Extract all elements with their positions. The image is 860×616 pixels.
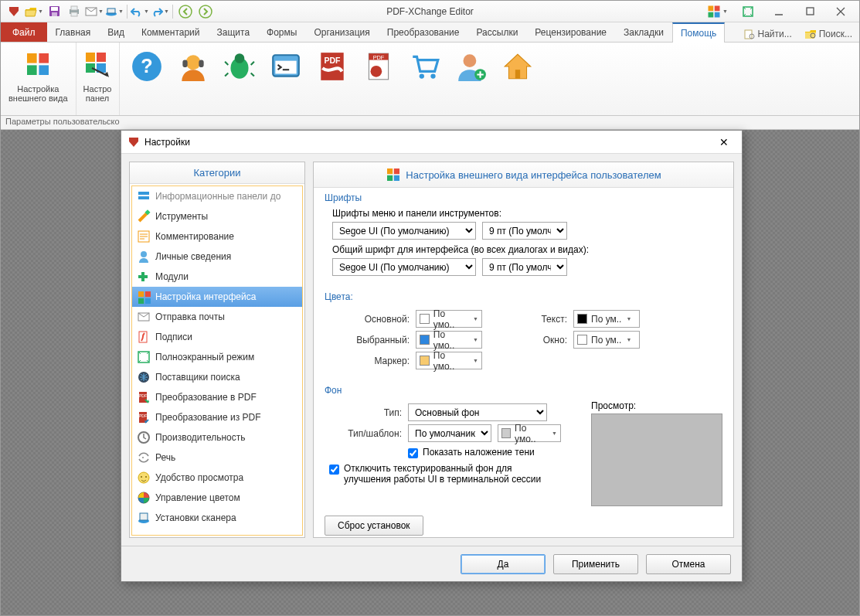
mail-icon[interactable]: ▼ [85,3,104,20]
category-item[interactable]: Управление цветом [132,488,302,508]
tab-comment[interactable]: Комментарий [133,22,209,42]
tab-mailings[interactable]: Рассылки [468,22,527,42]
fullscreen-icon[interactable] [733,3,763,20]
ok-button[interactable]: Да [461,554,546,574]
category-item[interactable]: PDFПреобразование из PDF [132,407,302,427]
category-label: Личные сведения [155,251,231,262]
svg-text:PDF: PDF [139,414,147,418]
category-icon [137,471,151,485]
ribbon-group-customize-panels[interactable]: Настропанел [76,43,120,115]
nav-fwd-icon[interactable] [196,3,215,20]
support-icon[interactable] [177,50,209,83]
dialog-titlebar: Настройки ✕ [121,131,742,154]
home-icon[interactable] [501,50,534,83]
tab-protect[interactable]: Защита [209,22,259,42]
maximize-button[interactable] [794,3,825,20]
reset-button[interactable]: Сброс установок [325,516,423,536]
category-item[interactable]: Иструменты [132,206,302,226]
categories-list[interactable]: Информационные панели доИструментыКоммен… [131,185,303,536]
category-icon [137,270,151,284]
tab-convert[interactable]: Преобразование [379,22,468,42]
category-item[interactable]: Речь [132,448,302,468]
color-marker-button[interactable]: По умо..▼ [416,352,482,369]
category-item[interactable]: Установки сканера [132,508,302,528]
category-item[interactable]: Полноэкранный режим [132,347,302,367]
quick-access-toolbar: ▼ ▼ ▼ ▼ ▼ PDF-XChange Editor ▼ [1,1,859,22]
category-item[interactable]: Модули [132,267,302,287]
svg-rect-13 [807,8,814,15]
category-label: Комментирование [155,231,234,242]
category-item[interactable]: Подписи [132,327,302,347]
category-item[interactable]: PDFПреобразование в PDF [132,387,302,407]
category-icon [137,491,151,505]
tab-file[interactable]: Файл [1,22,47,42]
console-icon[interactable] [270,50,302,83]
svg-point-43 [463,54,476,67]
save-icon[interactable] [45,3,63,20]
redo-icon[interactable]: ▼ [151,3,169,20]
bg-pattern-color-button[interactable]: По умо..▼ [498,424,561,442]
tab-bookmarks[interactable]: Закладки [615,22,672,42]
color-window-button[interactable]: По ум..▼ [573,331,640,349]
nav-back-icon[interactable] [176,3,195,20]
add-user-icon[interactable] [455,50,488,83]
scan-icon[interactable]: ▼ [105,3,124,20]
category-label: Полноэкранный режим [155,352,254,362]
help-icon[interactable]: ? [131,50,163,83]
print-icon[interactable] [65,3,83,20]
bg-shadow-checkbox[interactable] [408,448,418,458]
ui-font-size-combo[interactable]: 9 пт (По умолч [482,258,567,276]
svg-point-62 [141,476,142,478]
color-main-button[interactable]: По умо..▼ [416,310,482,328]
close-button[interactable] [825,3,856,20]
search-button[interactable]: Поиск... [801,26,856,42]
pdf-icon[interactable]: PDF [316,50,348,83]
tab-help[interactable]: Помощь [672,22,725,43]
category-item[interactable]: Удобство просмотра [132,468,302,488]
undo-icon[interactable]: ▼ [131,3,149,20]
category-item[interactable]: Поставщики поиска [132,367,302,387]
tab-home[interactable]: Главная [47,22,100,42]
category-item[interactable]: Настройка интерфейса [132,287,302,307]
color-selected-button[interactable]: По умо..▼ [416,331,482,349]
apply-button[interactable]: Применить [553,554,638,574]
svg-point-27 [234,53,244,63]
category-item[interactable]: Отправка почты [132,307,302,327]
menu-font-size-combo[interactable]: 9 пт (По умолч [482,222,567,240]
ribbon-group-customize-ui[interactable]: Настройкавнешнего вида [1,43,76,115]
find-label: Найти... [757,29,791,39]
svg-rect-2 [52,12,57,16]
svg-point-42 [430,73,435,78]
tab-review[interactable]: Рецензирование [526,22,615,42]
bug-icon[interactable] [223,50,256,83]
category-item[interactable]: Производительность [132,427,302,448]
tab-view[interactable]: Вид [99,22,133,42]
color-text-button[interactable]: По ум..▼ [573,310,640,328]
dialog-close-button[interactable]: ✕ [712,134,736,151]
minimize-button[interactable] [763,3,794,20]
tab-organize[interactable]: Организация [305,22,378,42]
cancel-button[interactable]: Отмена [646,554,731,574]
svg-point-41 [419,73,423,78]
svg-rect-25 [199,60,203,67]
category-label: Информационные панели до [155,191,280,202]
cart-icon[interactable] [409,50,441,83]
category-item[interactable]: Информационные панели до [132,186,302,206]
menu-font-combo[interactable]: Segoe UI (По умолчанию) [332,222,476,240]
svg-text:PDF: PDF [324,56,341,65]
ui-lang-icon[interactable]: ▼ [702,3,733,20]
svg-point-60 [142,457,144,458]
find-button[interactable]: Найти... [740,26,795,42]
bg-type-combo[interactable]: Основный фон [408,403,547,421]
tab-forms[interactable]: Формы [258,22,305,42]
app-menu-icon[interactable] [5,3,23,20]
open-icon[interactable]: ▼ [25,3,43,20]
bg-disable-texture-checkbox[interactable] [329,465,339,475]
category-item[interactable]: Комментирование [132,226,302,247]
app-window: ▼ ▼ ▼ ▼ ▼ PDF-XChange Editor ▼ Файл Глав… [0,0,860,616]
ui-font-combo[interactable]: Segoe UI (По умолчанию) [332,258,476,276]
pdf-doc-icon[interactable]: PDF [362,50,395,83]
svg-rect-1 [51,7,58,11]
category-item[interactable]: Личные сведения [132,247,302,267]
bg-pattern-combo[interactable]: По умолчанию [408,424,491,442]
